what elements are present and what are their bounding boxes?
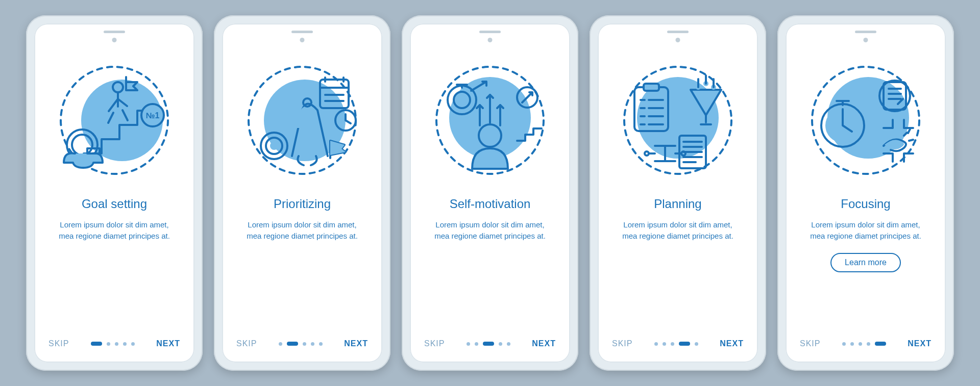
page-dot[interactable]	[842, 342, 846, 346]
skip-button[interactable]: SKIP	[612, 339, 632, 348]
onboarding-screen: Focusing Lorem ipsum dolor sit dim amet,…	[786, 23, 946, 363]
phone-mockup: Self-motivation Lorem ipsum dolor sit di…	[402, 15, 578, 371]
screen-description: Lorem ipsum dolor sit dim amet, mea regi…	[243, 219, 361, 242]
page-dot[interactable]	[483, 342, 494, 346]
prioritizing-icon	[243, 59, 361, 176]
svg-text:№1: №1	[146, 111, 160, 120]
goal-setting-icon: №1	[56, 59, 173, 176]
svg-rect-26	[644, 84, 659, 91]
onboarding-nav: SKIP NEXT	[800, 339, 932, 348]
onboarding-nav: SKIP NEXT	[48, 339, 180, 348]
page-dot[interactable]	[671, 342, 674, 346]
onboarding-screen: Planning Lorem ipsum dolor sit dim amet,…	[598, 23, 758, 363]
onboarding-screen: Self-motivation Lorem ipsum dolor sit di…	[410, 23, 570, 363]
page-dot[interactable]	[499, 342, 502, 346]
page-dot[interactable]	[319, 342, 323, 346]
page-dot[interactable]	[695, 342, 698, 346]
phone-mockup: Focusing Lorem ipsum dolor sit dim amet,…	[777, 15, 954, 371]
page-dot[interactable]	[850, 342, 854, 346]
page-dot[interactable]	[663, 342, 666, 346]
next-button[interactable]: NEXT	[908, 339, 932, 348]
page-dot[interactable]	[107, 342, 110, 346]
onboarding-nav: SKIP NEXT	[424, 339, 556, 348]
skip-button[interactable]: SKIP	[800, 339, 820, 348]
focusing-icon	[807, 59, 924, 176]
screen-title: Goal setting	[82, 197, 147, 211]
phone-mockup: №1 Goal setting Lorem ipsum dolor sit di…	[26, 15, 203, 371]
next-button[interactable]: NEXT	[720, 339, 744, 348]
onboarding-screen: №1 Goal setting Lorem ipsum dolor sit di…	[34, 23, 194, 363]
svg-point-32	[645, 151, 649, 156]
page-indicator	[654, 342, 698, 346]
next-button[interactable]: NEXT	[532, 339, 556, 348]
next-button[interactable]: NEXT	[344, 339, 368, 348]
skip-button[interactable]: SKIP	[236, 339, 257, 348]
screen-description: Lorem ipsum dolor sit dim amet, mea regi…	[619, 219, 737, 242]
page-dot[interactable]	[654, 342, 658, 346]
page-dot[interactable]	[867, 342, 870, 346]
page-dot[interactable]	[859, 342, 862, 346]
svg-point-15	[270, 142, 278, 150]
screen-title: Focusing	[841, 197, 890, 211]
skip-button[interactable]: SKIP	[48, 339, 69, 348]
planning-icon	[619, 59, 737, 176]
page-indicator	[279, 342, 323, 346]
next-button[interactable]: NEXT	[156, 339, 180, 348]
screen-title: Prioritizing	[274, 197, 331, 211]
page-dot[interactable]	[679, 342, 690, 346]
page-dot[interactable]	[507, 342, 510, 346]
phone-mockup: Planning Lorem ipsum dolor sit dim amet,…	[590, 15, 766, 371]
page-dot[interactable]	[467, 342, 470, 346]
page-indicator	[467, 342, 510, 346]
page-dot[interactable]	[91, 342, 102, 346]
screen-description: Lorem ipsum dolor sit dim amet, mea regi…	[807, 219, 924, 242]
onboarding-screen: Prioritizing Lorem ipsum dolor sit dim a…	[222, 23, 382, 363]
skip-button[interactable]: SKIP	[424, 339, 445, 348]
page-dot[interactable]	[475, 342, 478, 346]
screen-title: Planning	[654, 197, 701, 211]
svg-point-21	[458, 96, 466, 104]
page-dot[interactable]	[875, 342, 886, 346]
screen-title: Self-motivation	[450, 197, 531, 211]
page-dot[interactable]	[311, 342, 314, 346]
phone-mockup: Prioritizing Lorem ipsum dolor sit dim a…	[214, 15, 390, 371]
page-dot[interactable]	[303, 342, 306, 346]
learn-more-button[interactable]: Learn more	[830, 253, 901, 272]
page-dot[interactable]	[115, 342, 118, 346]
page-indicator	[91, 342, 135, 346]
page-dot[interactable]	[123, 342, 127, 346]
onboarding-nav: SKIP NEXT	[236, 339, 368, 348]
page-dot[interactable]	[279, 342, 282, 346]
page-dot[interactable]	[287, 342, 298, 346]
self-motivation-icon	[431, 59, 549, 176]
page-dot[interactable]	[131, 342, 135, 346]
onboarding-nav: SKIP NEXT	[612, 339, 744, 348]
screen-description: Lorem ipsum dolor sit dim amet, mea regi…	[56, 219, 173, 242]
page-indicator	[842, 342, 886, 346]
screen-description: Lorem ipsum dolor sit dim amet, mea regi…	[431, 219, 549, 242]
